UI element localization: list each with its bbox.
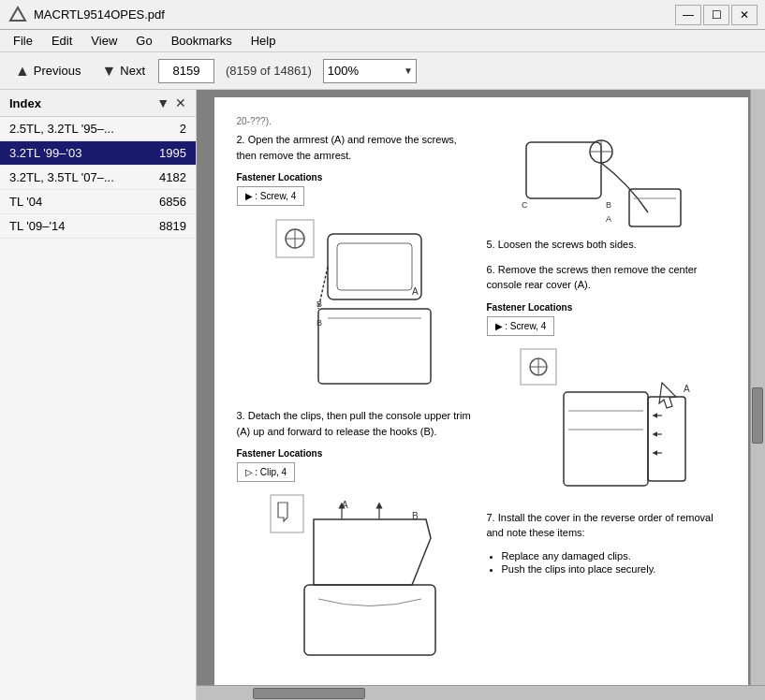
menu-help[interactable]: Help	[242, 32, 286, 50]
sidebar-close-icon[interactable]: ✕	[175, 95, 186, 110]
step-2-text: Open the armrest (A) and remove the scre…	[237, 134, 457, 161]
step-7-num: 7.	[487, 512, 498, 523]
fastener-icon-3: ▷	[245, 467, 253, 477]
sidebar-item-2[interactable]: 3.2TL, 3.5TL '07–... 4182	[0, 166, 196, 190]
menu-bookmarks[interactable]: Bookmarks	[162, 32, 242, 50]
title-bar: MACRTL9514OPES.pdf — ☐ ✕	[0, 0, 765, 30]
sidebar-item-label-2: 3.2TL, 3.5TL '07–...	[9, 170, 114, 184]
fastener-desc-2: : Screw, 4	[255, 191, 296, 201]
maximize-button[interactable]: ☐	[703, 5, 729, 25]
sidebar-header: Index ▼ ✕	[0, 90, 196, 117]
next-button[interactable]: ▼ Next	[94, 59, 153, 83]
sidebar-title: Index	[9, 96, 41, 110]
page-info: (8159 of 14861)	[226, 64, 312, 78]
zoom-wrapper: 100% 50% 75% 125% 150% 200% ▼	[323, 59, 417, 83]
step-5: 5. Loosen the screws both sides.	[487, 237, 726, 253]
close-button[interactable]: ✕	[731, 5, 758, 25]
step-5-num: 5.	[487, 239, 498, 250]
page-input[interactable]	[158, 59, 214, 83]
sidebar-item-0[interactable]: 2.5TL, 3.2TL '95–... 2	[0, 117, 196, 141]
scrollbar-thumb-h[interactable]	[253, 688, 365, 699]
sidebar-item-1[interactable]: 3.2TL '99–'03 1995	[0, 141, 196, 166]
sidebar-item-label-1: 3.2TL '99–'03	[9, 146, 82, 160]
prev-arrow-icon: ▲	[15, 63, 30, 80]
scrollbar-thumb-v[interactable]	[752, 387, 763, 444]
step-2: 2. Open the armrest (A) and remove the s…	[237, 132, 476, 163]
svg-rect-33	[564, 392, 648, 486]
menu-bar: File Edit View Go Bookmarks Help	[0, 30, 765, 52]
step-3: 3. Detach the clips, then pull the conso…	[237, 408, 476, 439]
fastener-title-3: Fastener Locations	[237, 448, 476, 459]
sidebar-controls: ▼ ✕	[156, 95, 186, 110]
sidebar-item-page-4: 8819	[159, 219, 186, 233]
sidebar-item-page-1: 1995	[159, 146, 186, 160]
fastener-title-6: Fastener Locations	[487, 302, 726, 313]
bullet-2: Push the clips into place securely.	[502, 563, 726, 575]
pdf-viewer: 20-???). 2. Open the armrest (A) and rem…	[197, 90, 765, 700]
fastener-desc-6: : Screw, 4	[505, 321, 546, 331]
fastener-box-6: ▶ : Screw, 4	[487, 316, 555, 336]
step-2-num: 2.	[237, 134, 248, 145]
sidebar-item-label-3: TL '04	[9, 195, 42, 209]
window-controls: — ☐ ✕	[675, 5, 758, 25]
diagram-step2: A B B	[237, 215, 476, 402]
diagram-step3: A B	[237, 491, 476, 669]
window-title: MACRTL9514OPES.pdf	[34, 7, 165, 22]
horizontal-scrollbar[interactable]	[197, 685, 765, 700]
step-7: 7. Install the cover in the reverse orde…	[487, 510, 726, 541]
pdf-page: 20-???). 2. Open the armrest (A) and rem…	[214, 97, 748, 685]
diagram-step6: A	[487, 345, 726, 504]
step-7-bullets: Replace any damaged clips. Push the clip…	[502, 550, 726, 575]
sidebar-item-page-2: 4182	[159, 170, 186, 184]
step-7-text: Install the cover in the reverse order o…	[487, 512, 714, 539]
sidebar-item-4[interactable]: TL '09–'14 8819	[0, 214, 196, 239]
svg-text:A: A	[606, 214, 611, 224]
prev-label: Previous	[34, 64, 81, 78]
svg-text:B: B	[316, 299, 322, 309]
fastener-box-2: ▶ : Screw, 4	[237, 186, 305, 206]
sidebar-item-label-0: 2.5TL, 3.2TL '95–...	[9, 122, 114, 136]
menu-view[interactable]: View	[81, 32, 126, 50]
svg-rect-18	[304, 585, 435, 655]
fastener-title-2: Fastener Locations	[237, 172, 476, 182]
pdf-content[interactable]: 20-???). 2. Open the armrest (A) and rem…	[197, 90, 765, 685]
sidebar-item-page-3: 6856	[159, 195, 186, 209]
vertical-scrollbar[interactable]	[750, 90, 765, 685]
minimize-button[interactable]: —	[675, 5, 701, 25]
svg-rect-34	[648, 397, 685, 481]
svg-text:B: B	[316, 318, 322, 328]
menu-edit[interactable]: Edit	[42, 32, 81, 50]
menu-file[interactable]: File	[4, 32, 42, 50]
step-6: 6. Remove the screws then remove the cen…	[487, 262, 726, 293]
fastener-icon-6: ▶	[495, 321, 503, 331]
svg-text:A: A	[684, 384, 690, 394]
svg-text:A: A	[342, 500, 348, 510]
menu-go[interactable]: Go	[126, 32, 161, 50]
fastener-box-3: ▷ : Clip, 4	[237, 462, 296, 482]
svg-rect-6	[337, 243, 412, 290]
step-6-text: Remove the screws then remove the center…	[487, 264, 698, 291]
prev-button[interactable]: ▲ Previous	[7, 59, 88, 83]
sidebar: Index ▼ ✕ 2.5TL, 3.2TL '95–... 2 3.2TL '…	[0, 90, 197, 700]
sidebar-item-3[interactable]: TL '04 6856	[0, 190, 196, 214]
sidebar-dropdown-icon[interactable]: ▼	[156, 95, 169, 110]
title-bar-left: MACRTL9514OPES.pdf	[7, 5, 165, 25]
svg-marker-0	[10, 7, 25, 21]
sidebar-item-page-0: 2	[180, 122, 186, 136]
app-icon	[7, 5, 28, 25]
svg-text:B: B	[606, 200, 611, 210]
svg-text:C: C	[522, 200, 528, 210]
svg-text:A: A	[412, 286, 419, 297]
step-5-text: Loosen the screws both sides.	[498, 239, 637, 250]
next-label: Next	[120, 64, 145, 78]
pdf-right-col: B C A	[487, 132, 726, 675]
sidebar-item-label-4: TL '09–'14	[9, 219, 65, 233]
pdf-left-col: 2. Open the armrest (A) and remove the s…	[237, 132, 476, 675]
bullet-1: Replace any damaged clips.	[502, 550, 726, 561]
fastener-desc-3: : Clip, 4	[255, 467, 287, 477]
step-3-text: Detach the clips, then pull the console …	[237, 410, 471, 437]
main-area: Index ▼ ✕ 2.5TL, 3.2TL '95–... 2 3.2TL '…	[0, 90, 765, 700]
zoom-select[interactable]: 100% 50% 75% 125% 150% 200%	[323, 59, 417, 83]
fastener-icon-2: ▶	[245, 191, 253, 201]
sidebar-list: 2.5TL, 3.2TL '95–... 2 3.2TL '99–'03 199…	[0, 117, 196, 700]
